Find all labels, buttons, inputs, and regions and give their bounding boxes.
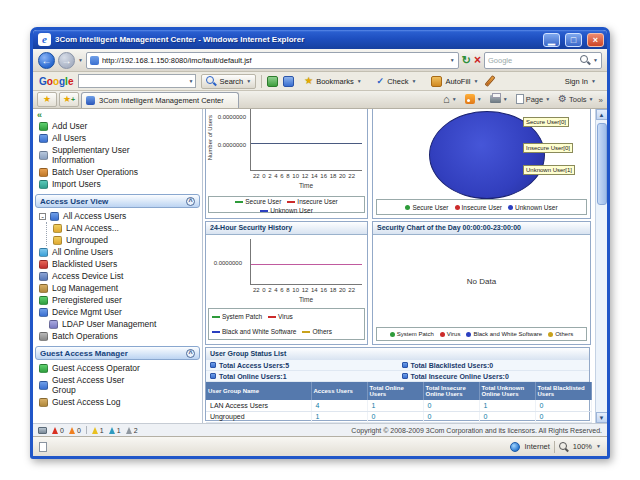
value-cell[interactable]: 0 bbox=[535, 400, 591, 411]
value-cell[interactable]: 4 bbox=[311, 400, 367, 411]
console-icon bbox=[38, 427, 47, 434]
vertical-scrollbar[interactable]: ▲ ▼ bbox=[595, 109, 607, 423]
nav-blacklisted-users[interactable]: Blacklisted Users bbox=[33, 258, 202, 270]
feeds-button[interactable]: ▼ bbox=[462, 91, 485, 107]
pie-callout-unknown: Unknown User[1] bbox=[523, 165, 575, 175]
y-axis-label: Number of Users bbox=[207, 115, 213, 160]
nav-ungrouped[interactable]: Ungrouped bbox=[47, 234, 202, 246]
group-name-cell[interactable]: LAN Access Users bbox=[206, 400, 311, 411]
table-row: Ungrouped 1 0 0 0 0 bbox=[206, 411, 591, 422]
value-cell[interactable]: 0 bbox=[479, 411, 535, 422]
send-to-icon[interactable] bbox=[267, 76, 278, 87]
nav-access-device-list[interactable]: Access Device List bbox=[33, 270, 202, 282]
popup-blocker-icon[interactable] bbox=[283, 76, 294, 87]
minimize-button[interactable]: ▁ bbox=[543, 33, 560, 47]
alarm-major[interactable]: 0 bbox=[69, 427, 81, 434]
google-search-button[interactable]: Search ▼ bbox=[201, 74, 256, 89]
address-bar: ← → ▼ http://192.168.1.150:8080/imc/faul… bbox=[33, 49, 607, 72]
nav-all-online-users[interactable]: All Online Users bbox=[33, 246, 202, 258]
title-bar[interactable]: e 3Com Intelligent Management Center - W… bbox=[33, 30, 607, 49]
collapse-navigation-button[interactable]: « bbox=[33, 111, 202, 120]
value-cell[interactable]: 0 bbox=[367, 411, 423, 422]
scrollbar-thumb[interactable] bbox=[597, 123, 607, 205]
zoom-level[interactable]: 100% bbox=[573, 442, 592, 451]
nav-add-user[interactable]: Add User bbox=[33, 120, 202, 132]
nav-guest-access-user-group[interactable]: Guest Access User Group bbox=[33, 374, 202, 396]
value-cell[interactable]: 1 bbox=[367, 400, 423, 411]
y-tick-label: 0.0000000 bbox=[214, 114, 246, 120]
tools-menu-button[interactable]: ⚙Tools▼ bbox=[555, 91, 596, 107]
scroll-up-icon[interactable]: ▲ bbox=[596, 109, 608, 120]
warning-alarm-icon bbox=[109, 427, 115, 434]
others-swatch-icon bbox=[302, 331, 310, 333]
stop-button[interactable]: × bbox=[474, 54, 481, 66]
value-cell[interactable]: 1 bbox=[479, 400, 535, 411]
browser-status-bar: Internet 100% ▼ bbox=[33, 436, 607, 456]
no-data-text: No Data bbox=[373, 277, 590, 286]
value-cell[interactable]: 1 bbox=[311, 411, 367, 422]
print-button[interactable]: ▼ bbox=[487, 91, 511, 107]
highlighter-icon[interactable] bbox=[485, 75, 496, 87]
address-field[interactable]: http://192.168.1.150:8080/imc/fault/defa… bbox=[86, 52, 459, 69]
zoom-dropdown-icon[interactable]: ▼ bbox=[596, 444, 601, 449]
col-total-online-users: Total Online Users bbox=[367, 382, 423, 400]
value-cell[interactable]: 0 bbox=[423, 400, 479, 411]
add-favorite-button[interactable]: ★+ bbox=[59, 92, 79, 107]
scroll-down-icon[interactable]: ▼ bbox=[596, 412, 608, 423]
check-button[interactable]: ✓ Check ▼ bbox=[372, 74, 422, 89]
value-cell[interactable]: 0 bbox=[535, 411, 591, 422]
maximize-button[interactable]: □ bbox=[565, 33, 582, 47]
bookmarks-button[interactable]: ★ Bookmarks ▼ bbox=[299, 74, 366, 89]
nav-guest-access-log[interactable]: Guest Access Log bbox=[33, 396, 202, 408]
log-management-icon bbox=[39, 284, 48, 293]
toolbar-overflow-icon[interactable]: » bbox=[599, 96, 603, 105]
nav-lan-access[interactable]: LAN Access... bbox=[47, 222, 202, 234]
nav-all-access-users[interactable]: - All Access Users bbox=[33, 210, 202, 222]
sign-in-button[interactable]: Sign In ▼ bbox=[560, 74, 601, 89]
collapse-section-icon[interactable]: ^ bbox=[186, 197, 195, 206]
autofill-label: AutoFill bbox=[445, 77, 470, 86]
nav-log-management[interactable]: Log Management bbox=[33, 282, 202, 294]
history-dropdown-icon[interactable]: ▼ bbox=[78, 58, 83, 63]
collapse-section-icon[interactable]: ^ bbox=[186, 349, 195, 358]
address-dropdown-icon[interactable]: ▼ bbox=[450, 58, 455, 63]
alarm-minor[interactable]: 1 bbox=[92, 427, 104, 434]
search-box[interactable]: Google ▼ bbox=[484, 52, 602, 69]
nav-all-users[interactable]: All Users bbox=[33, 132, 202, 144]
group-name-cell[interactable]: Ungrouped bbox=[206, 411, 311, 422]
unknown-user-swatch-icon bbox=[260, 210, 268, 212]
close-button[interactable]: × bbox=[587, 33, 604, 47]
nav-batch-operations[interactable]: Batch Operations bbox=[33, 330, 202, 342]
alarm-critical[interactable]: 0 bbox=[52, 427, 64, 434]
search-dropdown-icon[interactable]: ▼ bbox=[593, 58, 598, 63]
tree-expander-icon[interactable]: - bbox=[39, 213, 46, 220]
nav-guest-access-operator[interactable]: Guest Access Operator bbox=[33, 362, 202, 374]
chart-legend: System Patch Virus Black and White Softw… bbox=[208, 308, 365, 340]
alarm-warning[interactable]: 1 bbox=[109, 427, 121, 434]
back-button[interactable]: ← bbox=[38, 52, 55, 69]
refresh-button[interactable]: ↻ bbox=[462, 55, 471, 66]
zoom-icon[interactable] bbox=[559, 442, 569, 452]
favorites-center-button[interactable]: ★ bbox=[37, 92, 57, 107]
autofill-button[interactable]: AutoFill ▼ bbox=[426, 74, 483, 89]
nav-device-mgmt-user[interactable]: Device Mgmt User bbox=[33, 306, 202, 318]
section-guest-access-manager[interactable]: Guest Access Manager ^ bbox=[35, 346, 200, 360]
nav-import-users[interactable]: Import Users bbox=[33, 178, 202, 190]
page-menu-button[interactable]: Page▼ bbox=[513, 91, 553, 107]
nav-supplementary-user-information[interactable]: Supplementary User Information bbox=[33, 144, 202, 166]
lan-access-group-icon bbox=[53, 224, 62, 233]
tab-imc[interactable]: 3Com Intelligent Management Center bbox=[81, 92, 239, 108]
nav-preregistered-user[interactable]: Preregistered user bbox=[33, 294, 202, 306]
forward-button[interactable]: → bbox=[58, 52, 75, 69]
nav-batch-user-operations[interactable]: Batch User Operations bbox=[33, 166, 202, 178]
section-title: Access User View bbox=[40, 197, 108, 206]
black-white-software-dot-icon bbox=[466, 332, 471, 337]
google-search-dropdown-icon[interactable]: ▼ bbox=[189, 79, 194, 84]
value-cell[interactable]: 0 bbox=[423, 411, 479, 422]
section-access-user-view[interactable]: Access User View ^ bbox=[35, 194, 200, 208]
alarm-info[interactable]: 2 bbox=[126, 427, 138, 434]
home-button[interactable]: ⌂▼ bbox=[440, 91, 460, 107]
search-icon[interactable] bbox=[580, 55, 590, 65]
google-search-input[interactable]: ▼ bbox=[78, 74, 196, 88]
nav-ldap-user-management[interactable]: LDAP User Management bbox=[43, 318, 202, 330]
